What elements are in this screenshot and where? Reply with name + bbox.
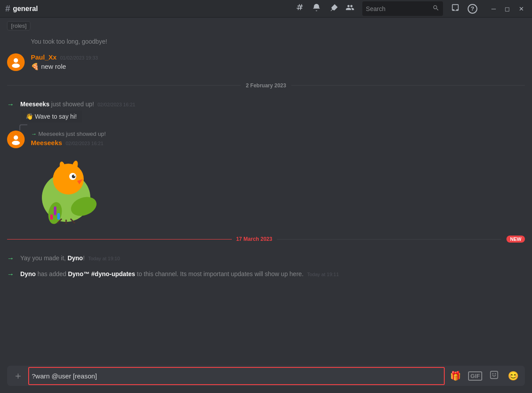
inbox-icon[interactable] — [451, 3, 460, 14]
svg-rect-15 — [54, 206, 56, 215]
separator-line-right-feb — [291, 85, 525, 86]
titlebar: # general ? ─ ◻ ✕ — [0, 0, 532, 18]
meeseeks-username-sys: Meeseeks — [20, 101, 49, 108]
avatar-paul — [7, 53, 25, 71]
pin-icon[interactable] — [329, 3, 338, 14]
svg-rect-17 — [57, 213, 60, 220]
timestamp-paul: 01/02/2023 19:33 — [60, 55, 98, 60]
channel-hash-icon: # — [5, 4, 10, 14]
join-arrow-icon: → — [7, 101, 16, 109]
separator-line-right-march — [277, 239, 502, 240]
timestamp-meeseeks: 02/02/2023 16:21 — [66, 141, 104, 146]
channel-name: general — [13, 5, 38, 13]
meeseeks-join-timestamp: 02/02/2023 16:21 — [97, 102, 135, 107]
wave-button[interactable]: 👋 Wave to say hi! — [20, 110, 82, 123]
date-text-feb: 2 February 2023 — [246, 82, 286, 89]
system-dyno-added: → Dyno has added Dyno™ #dyno-updates to … — [7, 269, 525, 280]
dyno-added-arrow-icon: → — [7, 270, 16, 278]
roles-label: [roles] — [7, 21, 30, 30]
close-button[interactable]: ✕ — [516, 4, 527, 13]
dyno-username2: Dyno — [20, 270, 36, 277]
titlebar-left: # general — [5, 4, 38, 14]
add-attachment-button[interactable]: ＋ — [11, 366, 25, 386]
new-badge: NEW — [506, 236, 525, 243]
quote-line — [19, 124, 27, 131]
meeseeks-join-text: Meeseeks just showed up! 02/02/2023 16:2… — [20, 101, 135, 108]
message-content-paul: Paul_Xx 01/02/2023 19:33 🍕 new role — [31, 53, 525, 71]
date-separator-march: 17 March 2023 NEW — [7, 236, 525, 243]
help-icon[interactable]: ? — [468, 4, 477, 14]
window-controls: ─ ◻ ✕ — [489, 4, 527, 13]
message-header-paul: Paul_Xx 01/02/2023 19:33 — [31, 53, 525, 61]
system-meeseeks-join: → Meeseeks just showed up! 02/02/2023 16… — [7, 99, 525, 124]
restore-button[interactable]: ◻ — [502, 4, 513, 13]
username-paul: Paul_Xx — [31, 53, 56, 61]
emoji-icon[interactable]: 😊 — [506, 369, 521, 383]
svg-rect-20 — [491, 371, 498, 378]
svg-point-10 — [74, 175, 75, 176]
svg-point-5 — [53, 164, 84, 195]
message-text-paul: 🍕 new role — [31, 62, 525, 71]
parrot-image — [31, 149, 101, 224]
input-bar: ＋ 🎁 GIF 😊 — [0, 362, 532, 393]
quoted-sys-text: Meeseeks just showed up! — [38, 131, 106, 137]
meeseeks-message-group: → Meeseeks just showed up! Meeseeks 02/0… — [7, 131, 525, 224]
input-icons: 🎁 GIF 😊 — [448, 368, 521, 384]
sticker-icon[interactable] — [487, 368, 501, 384]
search-box[interactable] — [362, 1, 443, 16]
separator-line-left-feb — [7, 85, 241, 86]
system-join-text: Meeseeks just showed up! 02/02/2023 16:2… — [20, 100, 135, 123]
svg-point-3 — [12, 141, 20, 145]
avatar-meeseeks — [7, 131, 25, 148]
messages-area: [roles] You took too long, goodbye! Paul… — [0, 18, 532, 362]
dyno-added-text: Dyno has added Dyno™ #dyno-updates to th… — [20, 270, 339, 279]
system-dyno-join: → Yay you made it, Dyno! Today at 19:10 — [7, 253, 525, 264]
dyno-join-arrow-icon: → — [7, 255, 16, 262]
system-message-goodbye: You took too long, goodbye! — [7, 37, 525, 47]
roles-label-container: [roles] — [7, 21, 525, 32]
system-text-goodbye: You took too long, goodbye! — [31, 37, 107, 46]
svg-point-0 — [14, 58, 18, 63]
titlebar-right: ? ─ ◻ ✕ — [295, 1, 527, 16]
message-paul: Paul_Xx 01/02/2023 19:33 🍕 new role — [7, 53, 525, 71]
dyno-channel-highlight: Dyno™ #dyno-updates — [68, 270, 135, 277]
search-icon — [432, 4, 439, 13]
quoted-container — [7, 131, 25, 148]
input-wrapper: ＋ 🎁 GIF 😊 — [7, 366, 525, 386]
svg-point-21 — [492, 373, 494, 374]
quoted-sys-line: → Meeseeks just showed up! — [31, 131, 525, 137]
username-meeseeks: Meeseeks — [31, 139, 62, 146]
message-content-meeseeks: → Meeseeks just showed up! Meeseeks 02/0… — [31, 131, 525, 224]
dyno-join-timestamp: Today at 19:10 — [88, 256, 120, 261]
date-text-march: 17 March 2023 — [232, 236, 277, 242]
svg-point-2 — [14, 135, 18, 140]
dyno-username1: Dyno — [67, 255, 83, 262]
search-input[interactable] — [366, 5, 430, 12]
gift-icon[interactable]: 🎁 — [448, 369, 463, 383]
dyno-join-text: Yay you made it, Dyno! Today at 19:10 — [20, 254, 120, 263]
bell-icon[interactable] — [312, 3, 321, 14]
message-header-meeseeks: Meeseeks 02/02/2023 16:21 — [31, 139, 525, 146]
svg-point-1 — [12, 64, 20, 68]
svg-point-22 — [495, 373, 496, 374]
gif-icon[interactable]: GIF — [468, 371, 482, 381]
hashtag-icon[interactable] — [295, 3, 304, 14]
quoted-arrow-icon: → — [31, 131, 37, 137]
date-separator-feb: 2 February 2023 — [7, 82, 525, 89]
dyno-added-timestamp: Today at 19:11 — [307, 272, 339, 277]
minimize-button[interactable]: ─ — [489, 4, 499, 13]
members-icon[interactable] — [346, 3, 354, 14]
message-input[interactable] — [28, 367, 445, 385]
separator-line-left-march — [7, 239, 232, 240]
svg-rect-16 — [50, 214, 53, 220]
